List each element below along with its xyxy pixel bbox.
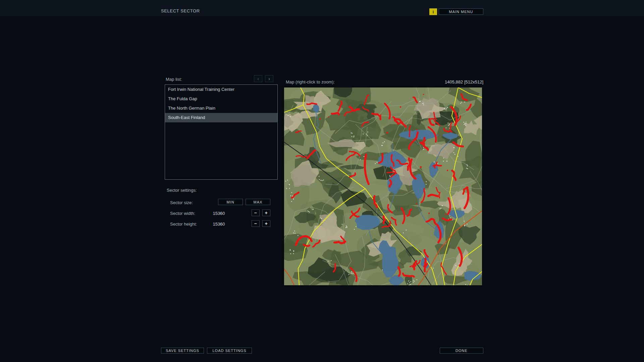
map-list-item-selected[interactable]: South-East Finland (165, 113, 277, 122)
map-list-item[interactable]: The North German Plain (165, 104, 277, 113)
sector-width-value: 15360 (208, 211, 230, 216)
prev-map-button[interactable]: ‹ (254, 75, 262, 82)
done-button[interactable]: DONE (440, 348, 483, 354)
plus-icon: + (265, 210, 268, 216)
sector-width-decrement-button[interactable]: − (252, 209, 260, 216)
sector-height-increment-button[interactable]: + (262, 220, 270, 227)
page-title: SELECT SECTOR (161, 8, 200, 13)
map-caption: Map (right-click to zoom): (286, 79, 335, 84)
sector-height-decrement-button[interactable]: − (252, 220, 260, 227)
map-list-label: Map list: (166, 77, 182, 82)
minus-icon: − (254, 210, 257, 216)
sector-map-image[interactable] (284, 87, 482, 285)
sector-settings-label: Sector settings: (167, 188, 197, 193)
info-icon[interactable]: i (429, 8, 437, 15)
map-list: Fort Irwin National Training Center The … (165, 84, 278, 180)
sector-size-label: Sector size: (170, 200, 193, 205)
chevron-right-icon: › (268, 76, 270, 81)
sector-width-label: Sector width: (170, 211, 195, 216)
next-map-button[interactable]: › (265, 75, 273, 82)
top-bar: SELECT SECTOR i MAIN MENU (0, 0, 644, 16)
sector-height-label: Sector height: (170, 222, 197, 227)
main-menu-button[interactable]: MAIN MENU (439, 8, 483, 15)
sector-height-value: 15360 (208, 222, 230, 227)
sector-size-max-button[interactable]: MAX (246, 199, 270, 205)
save-settings-button[interactable]: SAVE SETTINGS (161, 348, 204, 354)
map-list-item[interactable]: Fort Irwin National Training Center (165, 85, 277, 94)
plus-icon: + (265, 221, 268, 226)
load-settings-button[interactable]: LOAD SETTINGS (207, 348, 252, 354)
chevron-left-icon: ‹ (257, 76, 259, 81)
map-list-item[interactable]: The Fulda Gap (165, 94, 277, 104)
minus-icon: − (254, 221, 257, 226)
sector-width-increment-button[interactable]: + (262, 209, 270, 216)
sector-size-min-button[interactable]: MIN (218, 199, 243, 205)
